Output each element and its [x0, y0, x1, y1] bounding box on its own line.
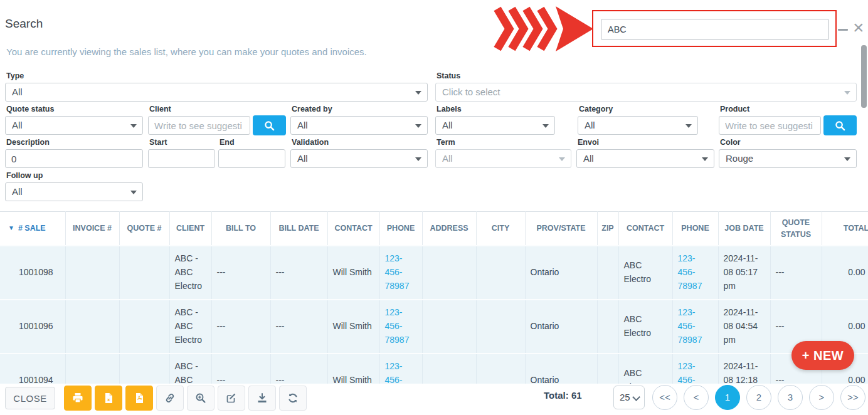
phone-link[interactable]: 123-456-78987	[385, 361, 410, 384]
export-excel-button[interactable]: x	[95, 386, 122, 411]
cell-invoice	[65, 300, 119, 354]
cell-contact: Will Smith	[327, 354, 379, 384]
cell-bill_to: ---	[211, 300, 270, 354]
labels-select-value: All	[442, 120, 453, 130]
type-select-value: All	[12, 87, 23, 97]
zoom-in-icon	[195, 392, 206, 404]
phone-link[interactable]: 123-456-78987	[385, 307, 410, 344]
table-row[interactable]: 1001098ABC - ABC Electro------Will Smith…	[0, 246, 868, 300]
edit-button[interactable]	[218, 386, 245, 411]
term-select[interactable]: All	[435, 149, 571, 168]
cell-job_date: 2024-11-08 12:18 pm	[718, 354, 770, 384]
end-label: End	[220, 138, 235, 147]
cell-bill_to: ---	[211, 246, 270, 300]
page-button-<<[interactable]: <<	[652, 385, 677, 410]
column-header-client[interactable]: CLIENT	[169, 212, 211, 246]
cell-prov_state: Ontario	[525, 354, 597, 384]
pdf-file-icon	[134, 392, 145, 404]
close-icon[interactable]: ×	[849, 18, 868, 38]
excel-file-icon: x	[103, 392, 114, 404]
phone-link[interactable]: 123-456-78987	[678, 253, 702, 290]
end-date-input[interactable]	[218, 149, 285, 168]
status-label: Status	[437, 71, 460, 80]
column-header-quote[interactable]: QUOTE #	[119, 212, 169, 246]
created-by-select[interactable]: All	[290, 116, 428, 135]
page-button-<[interactable]: <	[684, 385, 709, 410]
product-search-button[interactable]	[823, 115, 857, 135]
envoi-select[interactable]: All	[576, 149, 714, 168]
scrollbar-thumb[interactable]	[861, 45, 867, 108]
page-button-2[interactable]: 2	[746, 385, 771, 410]
phone-link[interactable]: 123-456-78987	[678, 361, 702, 384]
chevron-down-icon	[542, 124, 549, 128]
envoi-label: Envoi	[578, 138, 599, 147]
page-size-select[interactable]: 25	[613, 386, 645, 409]
export-pdf-button[interactable]	[125, 386, 153, 411]
category-select[interactable]: All	[578, 116, 698, 135]
page-button->>[interactable]: >>	[840, 385, 865, 410]
page-button->[interactable]: >	[809, 385, 834, 410]
phone-link[interactable]: 123-456-78987	[678, 307, 702, 344]
table-row[interactable]: 1001096ABC - ABC Electro------Will Smith…	[0, 300, 868, 354]
color-select[interactable]: Rouge	[719, 149, 857, 168]
created-by-label: Created by	[292, 105, 332, 113]
page-button-3[interactable]: 3	[778, 385, 803, 410]
cell-bill_date: ---	[270, 354, 327, 384]
column-header-city[interactable]: CITY	[476, 212, 525, 246]
created-by-select-value: All	[297, 120, 308, 130]
quote-status-select[interactable]: All	[5, 116, 143, 135]
column-header-bill_to[interactable]: BILL TO	[211, 212, 270, 246]
download-button[interactable]	[248, 386, 276, 411]
follow-up-label: Follow up	[6, 171, 43, 180]
new-button[interactable]: + NEW	[791, 341, 854, 370]
column-header-prov_state[interactable]: PROV/STATE	[525, 212, 597, 246]
start-date-input[interactable]	[148, 149, 215, 168]
labels-select[interactable]: All	[435, 116, 555, 135]
page-button-1[interactable]: 1	[715, 385, 740, 410]
search-input[interactable]	[601, 19, 829, 40]
cell-quote	[119, 354, 169, 384]
refresh-icon	[287, 392, 299, 404]
validation-label: Validation	[292, 138, 329, 147]
description-label: Description	[6, 138, 50, 147]
client-input[interactable]	[148, 116, 250, 135]
search-icon	[264, 120, 275, 131]
zoom-in-button[interactable]	[187, 386, 214, 411]
product-input[interactable]	[719, 116, 821, 135]
cell-sale: 1001098	[0, 246, 65, 300]
column-header-quote_status[interactable]: QUOTE STATUS	[770, 212, 822, 246]
phone-link[interactable]: 123-456-78987	[385, 253, 410, 290]
refresh-button[interactable]	[279, 386, 307, 411]
validation-select[interactable]: All	[290, 149, 428, 168]
column-header-contact[interactable]: CONTACT	[327, 212, 379, 246]
column-header-phone[interactable]: PHONE	[379, 212, 422, 246]
column-header-contact2[interactable]: CONTACT	[618, 212, 672, 246]
cell-phone2: 123-456-78987	[672, 246, 718, 300]
column-header-phone2[interactable]: PHONE	[672, 212, 718, 246]
column-header-zip[interactable]: ZIP	[597, 212, 618, 246]
table-header-row: ▼# SALEINVOICE #QUOTE #CLIENTBILL TOBILL…	[0, 212, 868, 246]
column-header-address[interactable]: ADDRESS	[422, 212, 476, 246]
category-select-value: All	[585, 120, 595, 130]
close-button[interactable]: CLOSE	[5, 387, 55, 409]
column-header-invoice[interactable]: INVOICE #	[65, 212, 119, 246]
svg-text:x: x	[107, 397, 110, 402]
column-header-sale[interactable]: ▼# SALE	[0, 212, 65, 246]
cell-address	[422, 246, 476, 300]
copy-link-button[interactable]	[156, 386, 184, 411]
column-header-job_date[interactable]: JOB DATE	[718, 212, 770, 246]
column-header-bill_date[interactable]: BILL DATE	[270, 212, 327, 246]
follow-up-select[interactable]: All	[5, 182, 143, 201]
print-button[interactable]	[64, 386, 92, 411]
cell-sale: 1001096	[0, 300, 65, 354]
client-search-button[interactable]	[253, 115, 286, 135]
product-label: Product	[720, 105, 749, 113]
table-row[interactable]: 1001094ABC - ABC Electro------Will Smith…	[0, 354, 868, 384]
minimize-icon[interactable]	[838, 29, 848, 31]
description-input[interactable]	[5, 149, 143, 168]
column-header-total[interactable]: TOTAL	[822, 212, 868, 246]
status-select[interactable]: Click to select	[435, 83, 857, 102]
type-select[interactable]: All	[5, 83, 428, 102]
chevron-down-icon	[415, 91, 421, 95]
chevron-down-icon	[559, 157, 565, 161]
